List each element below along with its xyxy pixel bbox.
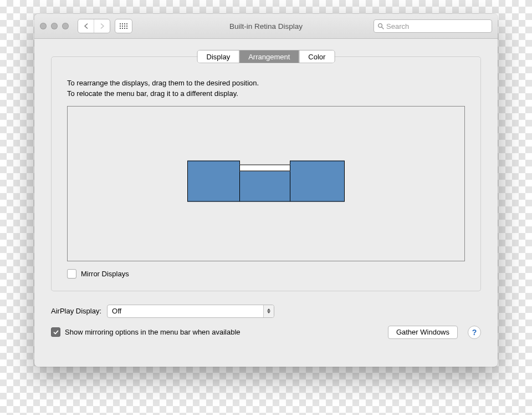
display-2-primary[interactable] xyxy=(240,170,290,201)
svg-rect-10 xyxy=(124,28,125,29)
svg-rect-7 xyxy=(126,26,127,27)
svg-rect-5 xyxy=(122,26,123,27)
search-icon xyxy=(377,23,384,29)
show-mirroring-label: Show mirroring options in the menu bar w… xyxy=(65,328,241,336)
svg-rect-1 xyxy=(122,23,123,24)
zoom-icon[interactable] xyxy=(62,23,69,29)
show-all-button[interactable] xyxy=(115,19,132,33)
titlebar: Built-in Retina Display xyxy=(34,14,498,39)
back-button[interactable] xyxy=(78,19,94,33)
forward-button[interactable] xyxy=(94,19,110,33)
window-controls xyxy=(40,23,69,29)
svg-rect-6 xyxy=(124,26,125,27)
svg-rect-4 xyxy=(120,26,121,27)
airplay-value: Off xyxy=(112,307,121,315)
menu-bar-handle[interactable] xyxy=(239,164,290,171)
tab-bar: Display Arrangement Color xyxy=(197,50,335,63)
tab-display[interactable]: Display xyxy=(198,50,239,63)
arrangement-canvas[interactable] xyxy=(67,106,465,261)
svg-rect-2 xyxy=(124,23,125,24)
search-field[interactable] xyxy=(374,19,492,33)
svg-rect-11 xyxy=(126,28,127,29)
svg-rect-3 xyxy=(126,23,127,24)
instruction-line-1: To rearrange the displays, drag them to … xyxy=(67,78,465,89)
svg-line-13 xyxy=(382,27,383,29)
close-icon[interactable] xyxy=(40,23,47,29)
arrangement-panel: To rearrange the displays, drag them to … xyxy=(51,57,481,291)
minimize-icon[interactable] xyxy=(51,23,58,29)
show-mirroring-checkbox[interactable] xyxy=(51,327,60,337)
grid-icon xyxy=(120,23,127,29)
tab-arrangement[interactable]: Arrangement xyxy=(239,50,299,63)
svg-rect-9 xyxy=(122,28,123,29)
airplay-label: AirPlay Display: xyxy=(51,307,101,315)
display-3[interactable] xyxy=(290,160,345,201)
nav-back-forward xyxy=(78,19,110,33)
popup-stepper-icon xyxy=(263,305,274,317)
mirror-displays-checkbox[interactable] xyxy=(67,269,76,279)
preferences-window: Built-in Retina Display Display Arrangem… xyxy=(34,14,498,367)
display-1[interactable] xyxy=(187,160,240,201)
display-layout xyxy=(187,160,345,201)
instruction-line-2: To relocate the menu bar, drag it to a d… xyxy=(67,89,465,99)
help-button[interactable]: ? xyxy=(468,326,481,339)
svg-rect-0 xyxy=(120,23,121,24)
instructions: To rearrange the displays, drag them to … xyxy=(67,78,465,99)
search-input[interactable] xyxy=(386,22,488,31)
airplay-popup[interactable]: Off xyxy=(107,305,274,318)
mirror-displays-label: Mirror Displays xyxy=(81,270,129,278)
svg-rect-8 xyxy=(120,28,121,29)
gather-windows-button[interactable]: Gather Windows xyxy=(388,326,458,339)
tab-color[interactable]: Color xyxy=(299,50,334,63)
